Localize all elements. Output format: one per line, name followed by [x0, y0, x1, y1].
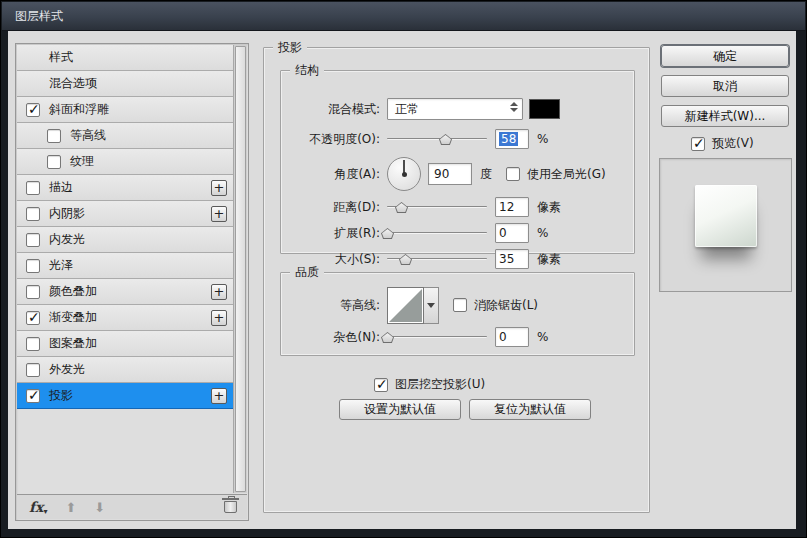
structure-group-title: 结构 [290, 63, 324, 78]
angle-input[interactable]: 90 [428, 163, 472, 185]
preview-label: 预览(V) [712, 135, 754, 152]
style-item-label: 纹理 [70, 153, 94, 170]
style-list-scrollbar[interactable] [233, 45, 247, 493]
style-item-label: 样式 [49, 49, 73, 66]
preview-area [659, 158, 792, 292]
anti-aliased-label: 消除锯齿(L) [474, 297, 538, 314]
fx-menu-button[interactable]: fx▾ [29, 499, 47, 516]
add-effect-plus-icon[interactable]: + [211, 206, 227, 222]
opacity-slider[interactable] [387, 132, 487, 146]
noise-input[interactable]: 0 [495, 327, 529, 347]
preview-checkbox[interactable] [691, 137, 705, 151]
add-effect-plus-icon[interactable]: + [211, 180, 227, 196]
contour-thumbnail[interactable] [387, 287, 424, 324]
reset-default-button[interactable]: 复位为默认值 [469, 399, 591, 420]
style-enable-checkbox[interactable] [26, 181, 40, 195]
opacity-input[interactable]: 58 [495, 129, 529, 149]
delete-style-icon[interactable] [224, 501, 237, 513]
style-item-label: 光泽 [49, 257, 73, 274]
style-list: 样式 + 混合选项 + 斜面和浮雕 + 等高线 + [17, 45, 233, 493]
style-item-label: 混合选项 [49, 75, 97, 92]
ok-button[interactable]: 确定 [661, 45, 789, 67]
spread-slider-thumb[interactable] [381, 228, 394, 239]
style-list-item[interactable]: 渐变叠加 + [17, 305, 233, 331]
noise-slider-thumb[interactable] [381, 332, 394, 343]
style-list-item[interactable]: 混合选项 + [17, 71, 233, 97]
style-list-item[interactable]: 光泽 + [17, 253, 233, 279]
style-enable-checkbox[interactable] [47, 155, 61, 169]
blend-mode-select[interactable]: 正常 [387, 98, 523, 120]
opacity-slider-thumb[interactable] [439, 134, 452, 145]
style-list-item[interactable]: 外发光 + [17, 357, 233, 383]
style-list-item[interactable]: 颜色叠加 + [17, 279, 233, 305]
dialog-body: 样式 + 混合选项 + 斜面和浮雕 + 等高线 + [8, 31, 796, 529]
style-list-item[interactable]: 图案叠加 + [17, 331, 233, 357]
size-slider[interactable] [387, 252, 487, 266]
style-enable-checkbox[interactable] [26, 311, 40, 325]
style-enable-checkbox[interactable] [26, 233, 40, 247]
cancel-button[interactable]: 取消 [661, 75, 789, 97]
style-list-item[interactable]: 投影 + [17, 383, 233, 409]
angle-label: 角度(A): [294, 166, 380, 183]
style-item-label: 斜面和浮雕 [49, 101, 109, 118]
distance-input[interactable]: 12 [495, 197, 529, 217]
shadow-color-swatch[interactable] [529, 99, 560, 119]
style-enable-checkbox[interactable] [26, 389, 40, 403]
spread-input[interactable]: 0 [495, 223, 529, 243]
style-item-label: 颜色叠加 [49, 283, 97, 300]
style-list-item[interactable]: 内发光 + [17, 227, 233, 253]
style-list-item[interactable]: 纹理 + [17, 149, 233, 175]
layer-knockout-checkbox[interactable] [374, 378, 388, 392]
quality-group: 品质 等高线: 消除锯齿(L) 杂色(N): 0 % [280, 272, 635, 356]
style-list-item[interactable]: 样式 + [17, 45, 233, 71]
panel-title: 投影 [273, 40, 307, 55]
style-list-item[interactable]: 描边 + [17, 175, 233, 201]
contour-dropdown-icon[interactable] [424, 287, 439, 324]
spread-unit: % [537, 226, 548, 240]
style-list-item[interactable]: 内阴影 + [17, 201, 233, 227]
anti-aliased-checkbox[interactable] [453, 298, 467, 312]
scrollbar-thumb[interactable] [235, 46, 246, 492]
make-default-button[interactable]: 设置为默认值 [339, 399, 461, 420]
style-item-label: 等高线 [70, 127, 106, 144]
angle-dial[interactable] [387, 157, 421, 191]
distance-slider[interactable] [387, 200, 487, 214]
spread-slider[interactable] [387, 226, 487, 240]
style-item-label: 内阴影 [49, 205, 85, 222]
style-enable-checkbox[interactable] [26, 363, 40, 377]
add-effect-plus-icon[interactable]: + [211, 388, 227, 404]
opacity-label: 不透明度(O): [294, 131, 380, 148]
style-enable-checkbox[interactable] [26, 259, 40, 273]
style-enable-checkbox[interactable] [26, 285, 40, 299]
style-item-label: 渐变叠加 [49, 309, 97, 326]
size-slider-thumb[interactable] [399, 254, 412, 265]
add-effect-plus-icon[interactable]: + [211, 310, 227, 326]
style-enable-checkbox[interactable] [26, 337, 40, 351]
style-enable-checkbox[interactable] [47, 129, 61, 143]
style-enable-checkbox[interactable] [26, 103, 40, 117]
move-up-icon[interactable]: ⬆ [65, 500, 76, 515]
size-input[interactable]: 35 [495, 249, 529, 269]
use-global-light-checkbox[interactable] [506, 167, 520, 181]
style-item-label: 外发光 [49, 361, 85, 378]
fx-dropdown-icon: ▾ [43, 506, 47, 516]
noise-slider[interactable] [387, 330, 487, 344]
style-list-item[interactable]: 等高线 + [17, 123, 233, 149]
move-down-icon[interactable]: ⬇ [94, 500, 105, 515]
style-enable-checkbox[interactable] [26, 207, 40, 221]
preview-thumbnail [695, 185, 757, 247]
style-list-footer: fx▾ ⬆ ⬇ [17, 494, 247, 519]
distance-label: 距离(D): [294, 199, 380, 216]
dialog-title-bar[interactable]: 图层样式 [2, 2, 805, 31]
style-list-item[interactable]: 斜面和浮雕 + [17, 97, 233, 123]
layer-style-dialog: 图层样式 样式 + 混合选项 + 斜面和浮雕 + [0, 0, 807, 538]
style-item-label: 图案叠加 [49, 335, 97, 352]
add-effect-plus-icon[interactable]: + [211, 284, 227, 300]
noise-unit: % [537, 330, 548, 344]
structure-group: 结构 混合模式: 正常 不透明度(O): 58 [280, 70, 635, 254]
new-style-button[interactable]: 新建样式(W)... [661, 105, 789, 127]
distance-slider-thumb[interactable] [395, 202, 408, 213]
select-spinner-icon [510, 102, 518, 112]
dialog-title: 图层样式 [15, 9, 63, 23]
angle-unit: 度 [480, 166, 492, 183]
